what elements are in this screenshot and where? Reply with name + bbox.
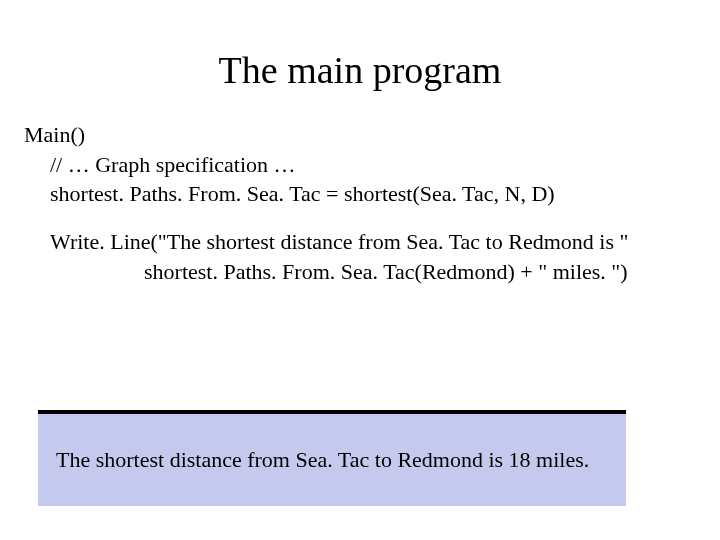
code-line: shortest. Paths. From. Sea. Tac(Redmond)…	[24, 257, 696, 287]
output-box: The shortest distance from Sea. Tac to R…	[38, 410, 626, 506]
spacer	[24, 209, 696, 227]
code-line: Write. Line("The shortest distance from …	[24, 227, 696, 257]
code-block: Main() // … Graph specification … shorte…	[0, 120, 720, 286]
code-line: Main()	[24, 120, 696, 150]
slide: The main program Main() // … Graph speci…	[0, 48, 720, 540]
code-line: // … Graph specification …	[24, 150, 696, 180]
slide-title: The main program	[0, 48, 720, 92]
output-text: The shortest distance from Sea. Tac to R…	[56, 447, 589, 473]
code-line: shortest. Paths. From. Sea. Tac = shorte…	[24, 179, 696, 209]
